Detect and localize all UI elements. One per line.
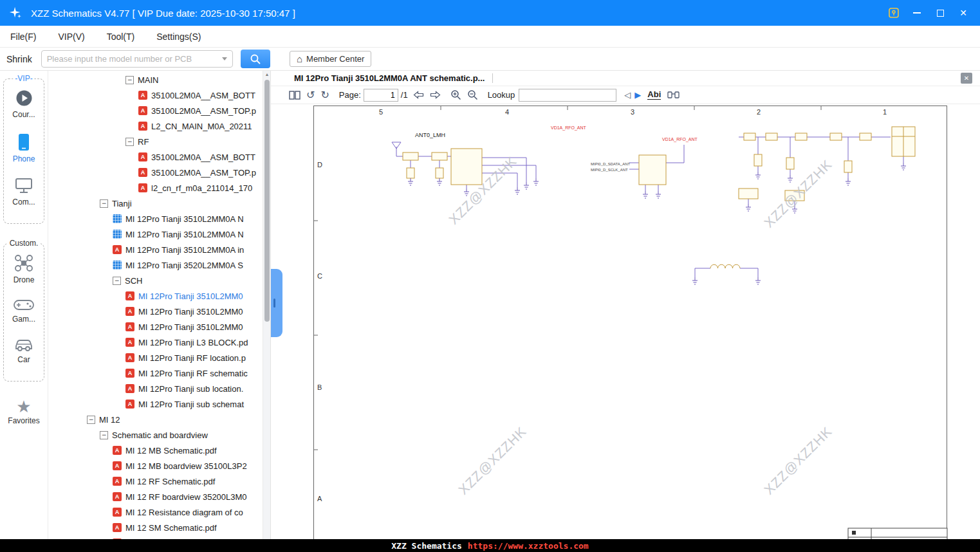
shrink-button[interactable]: Shrink <box>6 54 32 64</box>
panel-collapse-handle[interactable] <box>271 269 282 337</box>
abi-toggle[interactable]: Abi <box>647 90 661 100</box>
next-page-button[interactable] <box>430 88 441 102</box>
tree-item[interactable]: −SCH <box>48 273 270 288</box>
tree-item[interactable]: AMI 12Pro Tianji RF schematic <box>48 365 270 381</box>
license-icon[interactable] <box>882 3 905 23</box>
scrollbar-up-arrow[interactable]: ▲ <box>263 72 271 77</box>
pdf-viewport[interactable]: 5 4 3 2 1 D C B A <box>271 104 980 552</box>
chevron-down-icon[interactable] <box>222 57 227 60</box>
tree-item[interactable]: AMI 12 RF boardview 35200L3M0 <box>48 489 270 504</box>
sidebar-item-computer[interactable]: Com... <box>4 178 44 207</box>
page-label: Page: <box>339 90 361 100</box>
tree-item[interactable]: −Tianji <box>48 196 270 211</box>
sidebar-item-label: Car <box>17 355 30 364</box>
pdf-file-icon: A <box>125 353 134 362</box>
search-button[interactable] <box>241 50 270 68</box>
collapse-icon[interactable]: − <box>87 416 95 424</box>
binoculars-icon[interactable] <box>667 88 680 102</box>
tree-item[interactable]: AMI 12Pro Tianji L3 BLOCK.pd <box>48 335 270 350</box>
sidebar-item-courses[interactable]: Cour... <box>4 89 44 119</box>
net-label: ANT0_LMH <box>415 132 445 138</box>
tree-item-label: 35100L2M0A__ASM_TOP.p <box>151 168 256 178</box>
zoom-in-button[interactable] <box>450 88 461 102</box>
tree-item[interactable]: −MI 12 <box>48 412 270 427</box>
tree-item[interactable]: AMI 12Pro Tianji RF location.p <box>48 350 270 365</box>
pdf-toolbar: ↺ ↻ Page: /1 Lookup ◁ <box>271 86 980 104</box>
tree-item[interactable]: AL2_CN_MAIN_M0A_20211 <box>48 118 270 134</box>
tree-item-label: MI 12Pro Tianji 3510L2MM0A in <box>125 245 244 255</box>
close-document-icon[interactable]: ✕ <box>961 73 972 84</box>
tree-item[interactable]: AMI 12Pro Tianji sub location. <box>48 381 270 396</box>
tree-item[interactable]: MI 12Pro Tianji 3510L2MM0A N <box>48 211 270 226</box>
boardview-file-icon <box>113 230 122 239</box>
tree-item-label: SCH <box>125 276 142 286</box>
collapse-icon[interactable]: − <box>100 431 108 439</box>
tree-item[interactable]: A35100L2M0A__ASM_TOP.p <box>48 103 270 118</box>
tree-item-label: Tianji <box>112 199 132 208</box>
collapse-icon[interactable]: − <box>125 76 134 84</box>
document-tab[interactable]: MI 12Pro Tianji 3510L2MM0A ANT schematic… <box>294 73 485 83</box>
tree-scrollbar-thumb[interactable] <box>264 80 270 322</box>
tree-scrollbar[interactable]: ▲ <box>263 71 270 552</box>
menu-vip[interactable]: VIP(V) <box>58 32 84 42</box>
tree-item[interactable]: Al2_cn_rf_m0a_211014_170 <box>48 180 270 196</box>
pdf-file-icon: A <box>125 369 134 378</box>
zoom-out-button[interactable] <box>467 88 478 102</box>
tree-item[interactable]: AMI 12 MB boardview 35100L3P2 <box>48 458 270 474</box>
pdf-file-icon: A <box>138 152 147 161</box>
menu-file[interactable]: File(F) <box>10 32 36 42</box>
car-icon <box>14 338 34 352</box>
boardview-file-icon <box>113 261 122 270</box>
tree-item[interactable]: AMI 12Pro Tianji 3510L2MM0A in <box>48 242 270 257</box>
tree-item[interactable]: MI 12Pro Tianji 3520L2MM0A S <box>48 257 270 273</box>
title-bar: XZZ Schematics V4.77 [ VIP Due date: 202… <box>0 0 980 26</box>
tree-item[interactable]: −MAIN <box>48 72 270 87</box>
search-prev-button[interactable]: ◁ <box>624 90 631 100</box>
tree-item[interactable]: −Schematic and boardview <box>48 427 270 443</box>
menu-settings[interactable]: Settings(S) <box>156 32 201 42</box>
collapse-icon[interactable]: − <box>100 199 108 208</box>
page-input[interactable] <box>364 89 398 102</box>
tree-item[interactable]: AMI 12Pro Tianji 3510L2MM0 <box>48 304 270 319</box>
collapse-icon[interactable]: − <box>113 277 121 285</box>
menu-tool[interactable]: Tool(T) <box>107 32 135 42</box>
sidebar-item-car[interactable]: Car <box>4 338 44 364</box>
tree-item[interactable]: AMI 12 MB Schematic.pdf <box>48 443 270 458</box>
tree-item[interactable]: AMI 12Pro Tianji 3510L2MM0 <box>48 319 270 335</box>
tree-item[interactable]: AMI 12 SM Schematic.pdf <box>48 520 270 535</box>
sidebar-item-game[interactable]: Gam... <box>4 299 44 324</box>
tree-item[interactable]: −RF <box>48 134 270 149</box>
prev-page-button[interactable] <box>413 88 424 102</box>
search-next-button[interactable]: ▶ <box>634 90 641 100</box>
top-toolbar: Shrink ⌂ Member Center <box>0 48 980 71</box>
pdf-file-icon: A <box>138 106 147 115</box>
tree-item[interactable]: A35100L2M0A__ASM_TOP.p <box>48 165 270 180</box>
tree-item[interactable]: AMI 12 Resistance diagram of co <box>48 504 270 520</box>
tree-item[interactable]: AMI 12Pro Tianji sub schemat <box>48 396 270 412</box>
sidebar-item-drone[interactable]: Drone <box>4 254 44 284</box>
tree-item-label: MI 12 MB Schematic.pdf <box>125 446 217 455</box>
close-button[interactable]: ✕ <box>952 3 975 23</box>
sidebar-item-phone[interactable]: Phone <box>4 133 44 163</box>
sidebar-item-favorites[interactable]: ★ Favorites <box>0 398 48 425</box>
tree-item-label: MAIN <box>138 75 159 85</box>
tree-item[interactable]: A35100L2M0A__ASM_BOTT <box>48 87 270 103</box>
rotate-left-button[interactable]: ↺ <box>306 88 315 102</box>
collapse-icon[interactable]: − <box>125 138 134 146</box>
member-center-button[interactable]: ⌂ Member Center <box>290 51 371 67</box>
search-input[interactable] <box>47 54 218 64</box>
tree-item-label: MI 12 Resistance diagram of co <box>125 508 243 517</box>
schematic-page: 5 4 3 2 1 D C B A <box>313 106 947 552</box>
pdf-file-icon: A <box>125 307 134 316</box>
lookup-input[interactable] <box>519 89 616 102</box>
tree-item[interactable]: MI 12Pro Tianji 3510L2MM0A N <box>48 226 270 242</box>
app-window: XZZ Schematics V4.77 [ VIP Due date: 202… <box>0 0 980 552</box>
tree-item[interactable]: A35100L2M0A__ASM_BOTT <box>48 149 270 165</box>
minimize-button[interactable] <box>905 3 929 23</box>
tree-item-label: MI 12 <box>99 415 120 425</box>
rotate-right-button[interactable]: ↻ <box>320 88 329 102</box>
tree-item[interactable]: AMI 12Pro Tianji 3510L2MM0 <box>48 288 270 304</box>
two-page-view-icon[interactable] <box>289 88 300 102</box>
tree-item[interactable]: AMI 12 RF Schematic.pdf <box>48 474 270 489</box>
maximize-button[interactable] <box>929 3 952 23</box>
